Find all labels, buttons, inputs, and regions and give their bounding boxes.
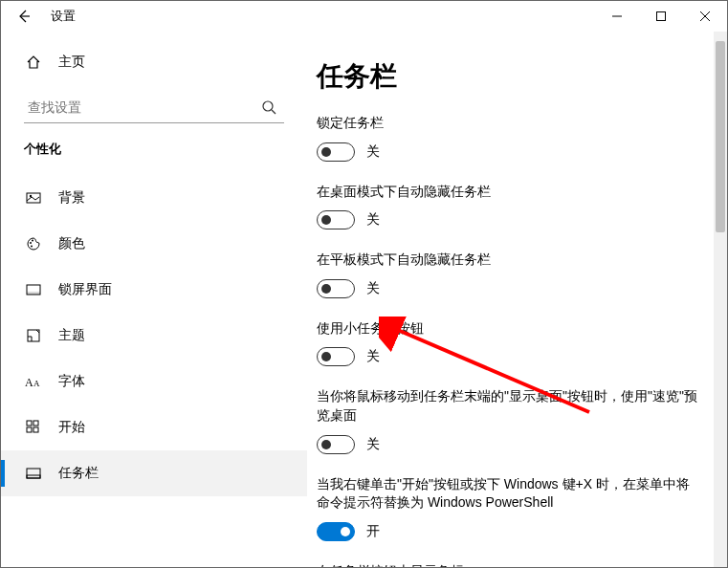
taskbar-icon (24, 466, 43, 481)
toggle-switch[interactable] (317, 142, 355, 162)
home-label: 主页 (58, 54, 85, 71)
search-box[interactable] (24, 91, 284, 123)
settings-list: 锁定任务栏关在桌面模式下自动隐藏任务栏关在平板模式下自动隐藏任务栏关使用小任务栏… (317, 114, 698, 567)
setting-item: 当你将鼠标移动到任务栏末端的"显示桌面"按钮时，使用"速览"预览桌面关 (317, 387, 698, 453)
maximize-icon (656, 11, 666, 21)
setting-item: 在平板模式下自动隐藏任务栏关 (317, 251, 698, 298)
svg-text:A: A (25, 376, 33, 389)
image-icon (24, 190, 43, 206)
window-title: 设置 (51, 8, 76, 25)
setting-label: 在平板模式下自动隐藏任务栏 (317, 251, 698, 270)
setting-label: 在桌面模式下自动隐藏任务栏 (317, 183, 698, 202)
svg-point-10 (32, 240, 33, 242)
sidebar-item-label: 背景 (58, 189, 85, 207)
sidebar-item-colors[interactable]: 颜色 (1, 221, 307, 267)
search-icon (254, 99, 284, 115)
svg-rect-18 (33, 421, 38, 426)
setting-item: 在任务栏按钮上显示角标开 (317, 562, 698, 567)
svg-rect-20 (33, 427, 38, 432)
back-button[interactable] (12, 5, 35, 28)
maximize-button[interactable] (639, 1, 683, 32)
toggle-state-text: 关 (366, 143, 380, 161)
sidebar-item-lockscreen[interactable]: 锁屏界面 (1, 267, 307, 313)
home-icon (24, 55, 43, 70)
sidebar-item-label: 主题 (58, 327, 85, 344)
arrow-left-icon (16, 9, 32, 24)
theme-icon (24, 328, 43, 343)
toggle-knob (321, 147, 331, 157)
toggle-switch[interactable] (317, 210, 355, 229)
svg-line-6 (272, 110, 276, 114)
sidebar-item-label: 颜色 (58, 235, 85, 252)
svg-rect-13 (27, 292, 40, 295)
svg-point-11 (31, 246, 33, 248)
toggle-knob (321, 215, 331, 225)
sidebar-item-label: 锁屏界面 (58, 281, 112, 298)
setting-item: 锁定任务栏关 (317, 114, 698, 162)
svg-text:A: A (33, 379, 40, 388)
sidebar-item-background[interactable]: 背景 (1, 175, 307, 221)
toggle-state-text: 关 (366, 280, 380, 297)
scrollbar[interactable] (714, 32, 727, 567)
scrollbar-thumb[interactable] (716, 41, 725, 232)
content-pane: 任务栏 锁定任务栏关在桌面模式下自动隐藏任务栏关在平板模式下自动隐藏任务栏关使用… (307, 32, 727, 567)
setting-label: 在任务栏按钮上显示角标 (317, 562, 698, 567)
toggle-row: 关 (317, 210, 698, 229)
setting-label: 使用小任务栏按钮 (317, 319, 698, 339)
svg-rect-19 (27, 427, 32, 432)
toggle-row: 关 (317, 142, 698, 162)
toggle-switch[interactable] (317, 279, 355, 298)
titlebar: 设置 (1, 1, 727, 32)
toggle-knob (341, 527, 350, 536)
toggle-state-text: 开 (366, 523, 380, 540)
setting-item: 使用小任务栏按钮关 (317, 319, 698, 367)
toggle-state-text: 关 (366, 211, 380, 229)
toggle-switch[interactable] (317, 347, 355, 366)
lockscreen-icon (24, 282, 43, 297)
svg-point-5 (263, 101, 273, 111)
toggle-switch[interactable] (317, 435, 355, 454)
settings-window: 设置 (0, 0, 728, 568)
toggle-state-text: 关 (366, 436, 380, 453)
window-buttons (595, 1, 727, 32)
toggle-knob (321, 352, 331, 361)
sidebar-item-label: 字体 (58, 373, 85, 390)
toggle-row: 开 (317, 522, 698, 541)
setting-item: 当我右键单击"开始"按钮或按下 Windows 键+X 时，在菜单中将命令提示符… (317, 475, 698, 541)
svg-point-9 (30, 242, 32, 244)
setting-label: 当你将鼠标移动到任务栏末端的"显示桌面"按钮时，使用"速览"预览桌面 (317, 387, 698, 425)
home-link[interactable]: 主页 (1, 43, 307, 81)
toggle-knob (321, 284, 331, 294)
svg-rect-21 (27, 469, 40, 478)
sidebar: 主页 个性化 背景 (1, 32, 307, 567)
font-icon: AA (24, 374, 43, 389)
toggle-row: 关 (317, 279, 698, 298)
toggle-row: 关 (317, 435, 698, 454)
setting-item: 在桌面模式下自动隐藏任务栏关 (317, 183, 698, 230)
page-title: 任务栏 (317, 58, 698, 95)
toggle-row: 关 (317, 347, 698, 366)
sidebar-item-label: 开始 (58, 419, 85, 436)
setting-label: 当我右键单击"开始"按钮或按下 Windows 键+X 时，在菜单中将命令提示符… (317, 475, 698, 513)
grid-icon (24, 420, 43, 435)
minimize-icon (612, 11, 622, 21)
svg-rect-17 (27, 421, 32, 426)
toggle-switch[interactable] (317, 522, 355, 541)
sidebar-item-taskbar[interactable]: 任务栏 (1, 450, 307, 496)
nav-list: 背景 颜色 锁屏界面 (1, 175, 307, 496)
toggle-state-text: 关 (366, 348, 380, 365)
search-input[interactable] (24, 94, 254, 120)
category-label: 个性化 (1, 135, 307, 164)
toggle-knob (321, 440, 331, 449)
minimize-button[interactable] (595, 1, 639, 32)
sidebar-item-themes[interactable]: 主题 (1, 313, 307, 359)
close-button[interactable] (683, 1, 727, 32)
svg-rect-22 (27, 475, 40, 478)
svg-rect-2 (657, 12, 666, 21)
window-body: 主页 个性化 背景 (1, 32, 727, 567)
palette-icon (24, 236, 43, 251)
search-wrap (24, 91, 284, 123)
close-icon (700, 11, 710, 21)
sidebar-item-fonts[interactable]: AA 字体 (1, 359, 307, 404)
sidebar-item-start[interactable]: 开始 (1, 404, 307, 450)
